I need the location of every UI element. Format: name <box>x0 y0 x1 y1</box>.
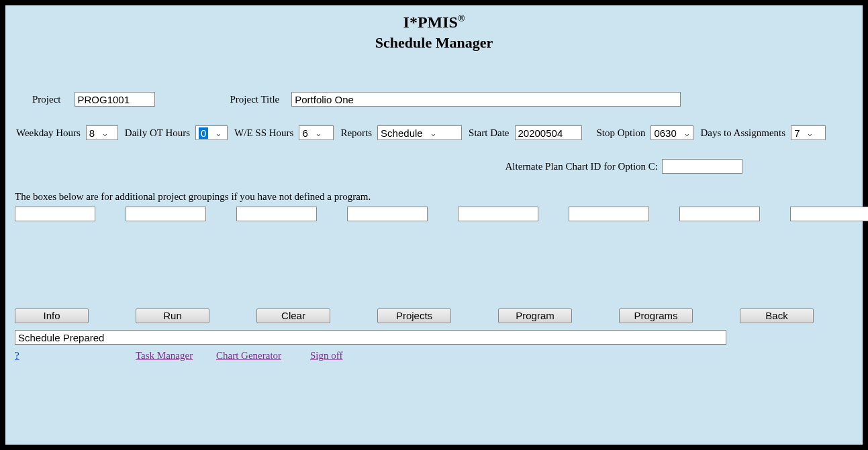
projects-button[interactable]: Projects <box>377 308 451 323</box>
link-row: ? Task Manager Chart Generator Sign off <box>15 350 853 361</box>
chevron-down-icon: ⌄ <box>101 128 109 138</box>
project-code-input[interactable] <box>75 92 155 107</box>
days-assign-label: Days to Assignments <box>700 127 785 139</box>
subtitle: Schedule Manager <box>15 34 853 52</box>
task-manager-link[interactable]: Task Manager <box>136 350 193 361</box>
start-date-input[interactable] <box>515 125 582 140</box>
chevron-down-icon: ⌄ <box>806 128 814 138</box>
chevron-down-icon: ⌄ <box>215 128 222 138</box>
start-date-label: Start Date <box>469 127 509 139</box>
run-button[interactable]: Run <box>136 308 209 323</box>
stop-option-value: 0630 <box>654 127 676 139</box>
app-title-text: I*PMIS <box>403 13 458 31</box>
program-button[interactable]: Program <box>498 308 572 323</box>
daily-ot-select[interactable]: 0 ⌄ <box>195 125 228 140</box>
daily-ot-value: 0 <box>199 127 208 139</box>
project-title-label: Project Title <box>230 94 280 105</box>
grouping-input-8[interactable] <box>790 207 868 221</box>
programs-button[interactable]: Programs <box>619 308 693 323</box>
days-assign-select[interactable]: 7 ⌄ <box>791 125 826 140</box>
chevron-down-icon: ⌄ <box>430 128 437 138</box>
help-link[interactable]: ? <box>15 350 19 361</box>
project-row: Project Project Title <box>15 92 853 107</box>
reports-label: Reports <box>340 127 372 139</box>
grouping-input-4[interactable] <box>347 207 428 221</box>
options-row: Weekday Hours 8 ⌄ Daily OT Hours 0 ⌄ W/E… <box>15 125 853 140</box>
alt-chart-row: Alternate Plan Chart ID for Option C: <box>15 159 853 174</box>
days-assign-value: 7 <box>794 127 800 139</box>
grouping-input-5[interactable] <box>458 207 538 221</box>
grouping-input-6[interactable] <box>569 207 649 221</box>
stop-option-select[interactable]: 0630 ⌄ <box>650 125 693 140</box>
sign-off-link[interactable]: Sign off <box>310 350 342 361</box>
chevron-down-icon: ⌄ <box>315 128 322 138</box>
project-label: Project <box>32 94 61 105</box>
info-button[interactable]: Info <box>15 308 89 323</box>
chart-generator-link[interactable]: Chart Generator <box>216 350 281 361</box>
weekday-hours-value: 8 <box>89 127 95 139</box>
we-ss-select[interactable]: 6 ⌄ <box>299 125 334 140</box>
project-title-input[interactable] <box>291 92 681 107</box>
back-button[interactable]: Back <box>740 308 814 323</box>
weekday-hours-label: Weekday Hours <box>16 127 81 139</box>
app-title: I*PMIS® <box>15 13 853 32</box>
app-title-sup: ® <box>458 13 465 23</box>
clear-button[interactable]: Clear <box>256 308 330 323</box>
grouping-input-3[interactable] <box>236 207 317 221</box>
alt-chart-input[interactable] <box>662 159 742 174</box>
grouping-input-7[interactable] <box>679 207 760 221</box>
status-field[interactable] <box>15 330 726 345</box>
daily-ot-label: Daily OT Hours <box>125 127 190 139</box>
grouping-input-1[interactable] <box>15 207 95 221</box>
chevron-down-icon: ⌄ <box>683 128 691 138</box>
we-ss-label: W/E SS Hours <box>234 127 293 139</box>
grouping-input-2[interactable] <box>126 207 206 221</box>
reports-select[interactable]: Schedule ⌄ <box>377 125 462 140</box>
we-ss-value: 6 <box>302 127 307 139</box>
groupings-instruction: The boxes below are for additional proje… <box>15 191 853 203</box>
stop-option-label: Stop Option <box>597 127 646 139</box>
groupings-row <box>15 207 853 221</box>
app-frame: I*PMIS® Schedule Manager Project Project… <box>0 0 868 450</box>
weekday-hours-select[interactable]: 8 ⌄ <box>86 125 118 140</box>
reports-value: Schedule <box>381 127 423 139</box>
button-row: Info Run Clear Projects Program Programs… <box>15 308 853 323</box>
header: I*PMIS® Schedule Manager <box>15 13 853 52</box>
alt-chart-label: Alternate Plan Chart ID for Option C: <box>505 161 658 172</box>
